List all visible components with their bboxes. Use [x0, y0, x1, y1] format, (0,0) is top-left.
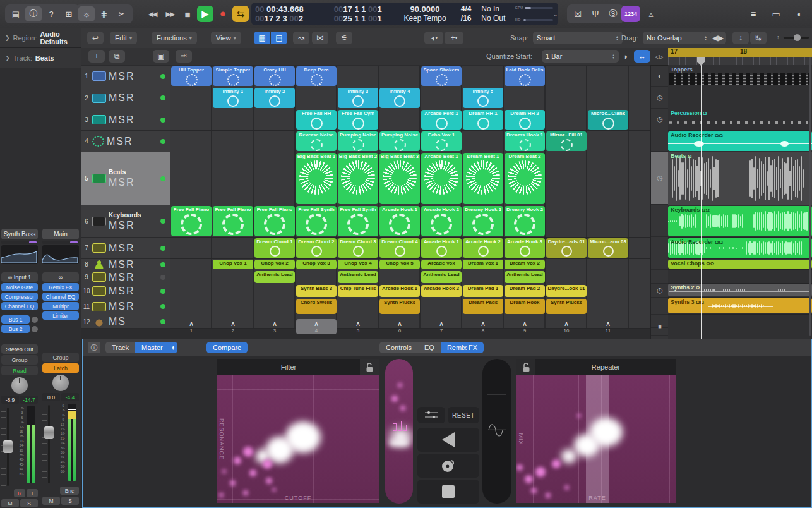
- reverse-button[interactable]: [417, 428, 479, 452]
- fader-handle[interactable]: [3, 440, 13, 453]
- mute-button[interactable]: M: [107, 136, 115, 147]
- lane-play-indicator[interactable]: [651, 270, 669, 284]
- scene-trigger-4[interactable]: ∧4: [296, 319, 337, 334]
- tracks-view-button[interactable]: ▤: [271, 32, 287, 44]
- quick-help-icon[interactable]: ?: [43, 6, 59, 21]
- repeater-lock-button[interactable]: [516, 359, 535, 375]
- pointer-tool-menu[interactable]: ➤▾: [424, 32, 443, 44]
- record-enable-button[interactable]: R: [126, 92, 134, 104]
- solo-off-icon[interactable]: ☒: [570, 6, 586, 21]
- output-slot[interactable]: Stereo Out: [1, 344, 38, 354]
- cell-arcade-beat-1[interactable]: Arcade Beat 1: [421, 153, 462, 204]
- cell-simple-topper[interactable]: Simple Topper: [213, 66, 253, 86]
- mute-button[interactable]: M: [109, 177, 117, 188]
- region[interactable]: Keyboards ΩΩ: [668, 206, 812, 236]
- record-enable-button[interactable]: R: [126, 259, 134, 270]
- mute-button[interactable]: M: [109, 243, 117, 254]
- master-stepper[interactable]: ▲▼: [169, 342, 177, 353]
- scene-trigger-6[interactable]: ∧6: [379, 319, 420, 334]
- volume-value[interactable]: -8.9: [1, 396, 19, 404]
- plugin-slot-compressor[interactable]: Compressor: [1, 293, 38, 301]
- lane-empty[interactable]: [668, 87, 812, 109]
- mute-button[interactable]: M: [109, 71, 117, 82]
- track-header-7[interactable]: 7MSR: [81, 238, 170, 259]
- mute-button[interactable]: M: [109, 114, 117, 126]
- plugin-slot-remix-fx[interactable]: Remix FX: [42, 283, 79, 291]
- cell-free-fall-cym[interactable]: Free Fall Cym: [338, 110, 378, 130]
- solo-button[interactable]: S: [118, 272, 125, 283]
- region-inspector-header[interactable]: ❯ Region: Audio Defaults: [0, 28, 81, 48]
- cell-reverse-noise[interactable]: Reverse Noise: [296, 131, 337, 151]
- vertical-auto-zoom-button[interactable]: ↕: [732, 32, 749, 44]
- cell-free-fall-hh[interactable]: Free Fall HH: [296, 110, 337, 130]
- cell-deep-perc[interactable]: Deep Perc: [296, 66, 337, 86]
- region[interactable]: Audio Recorder ΩΩ: [668, 238, 812, 258]
- lane-play-indicator[interactable]: [651, 298, 669, 315]
- volume-value[interactable]: 0.0: [42, 393, 60, 401]
- track-header-8[interactable]: 8MSR: [81, 259, 170, 270]
- record-enable-button[interactable]: R: [126, 243, 134, 254]
- solo-button[interactable]: S: [118, 114, 125, 126]
- cell-dream-chord-2[interactable]: Dream Chord 2: [296, 238, 337, 258]
- cell-chop-vox-2[interactable]: Chop Vox 2: [254, 260, 295, 269]
- view-menu[interactable]: View▾: [211, 32, 241, 44]
- cell-arcade-hook-2[interactable]: Arcade Hook 2: [421, 285, 462, 297]
- send-slot-bus-1[interactable]: Bus 1: [1, 315, 30, 324]
- stop-all-button[interactable]: ■: [651, 318, 669, 336]
- plugin-slot-limiter[interactable]: Limiter: [42, 311, 79, 320]
- cell-edit-button[interactable]: ▣: [153, 50, 169, 63]
- cell-dream-hh-2[interactable]: Dream HH 2: [505, 110, 545, 130]
- track-header-11[interactable]: 11MSR: [81, 298, 170, 315]
- cell-free-fall-piano[interactable]: Free Fall Piano: [213, 206, 253, 236]
- cycle-button[interactable]: ⇆: [232, 6, 249, 22]
- cell-microc-clank[interactable]: Microc...Clank: [588, 110, 628, 130]
- stop-button[interactable]: ■: [179, 6, 196, 22]
- tab-eq[interactable]: EQ: [418, 342, 441, 353]
- automation-mode[interactable]: Read: [1, 366, 38, 375]
- solo-button[interactable]: S: [118, 220, 125, 231]
- cell-mirror-fill-01[interactable]: Mirror...Fill 01: [546, 131, 587, 151]
- record-enable-button[interactable]: R: [126, 220, 134, 231]
- record-enable-button[interactable]: R: [124, 136, 132, 147]
- waveform-zoom-button[interactable]: ◀▶: [710, 32, 726, 44]
- lane-play-indicator[interactable]: ◷: [651, 284, 669, 298]
- region[interactable]: Vocal Chops ΩΩ: [668, 260, 812, 269]
- region[interactable]: Audio Recorder ΩΩ: [668, 131, 812, 151]
- cell-dream-vox-1[interactable]: Dream Vox 1: [463, 260, 503, 269]
- lane-keyboards[interactable]: Keyboards ΩΩ: [668, 205, 812, 238]
- cell-free-fall-piano[interactable]: Free Fall Piano: [171, 206, 212, 236]
- lane-play-indicator[interactable]: [651, 237, 669, 258]
- list-editors-icon[interactable]: ≡: [745, 6, 761, 21]
- cell-crazy-hh[interactable]: Crazy HH: [254, 66, 295, 86]
- row-config-button[interactable]: ≡ᴿ: [176, 50, 192, 63]
- cell-big-bass-beat-3[interactable]: Big Bass Beat 3: [379, 153, 420, 204]
- mute-button[interactable]: M: [109, 272, 117, 283]
- add-scene-button[interactable]: +: [88, 50, 105, 63]
- pan-knob[interactable]: [11, 377, 28, 394]
- fx-settings-button[interactable]: [417, 407, 445, 423]
- solo-button[interactable]: S: [118, 71, 125, 82]
- cell-arcade-perc-1[interactable]: Arcade Perc 1: [421, 110, 462, 130]
- master-segment-button[interactable]: Master: [135, 342, 169, 353]
- metronome-button[interactable]: ▵: [643, 6, 659, 22]
- cell-daydre-ads-01[interactable]: Daydre...ads 01: [546, 238, 587, 258]
- lane-play-indicator[interactable]: [651, 258, 669, 270]
- record-enable-button[interactable]: R: [126, 114, 134, 126]
- grid-view-button[interactable]: ▦: [254, 32, 270, 44]
- snap-dropdown[interactable]: Smart▲▼: [533, 32, 623, 44]
- send-knob[interactable]: [32, 317, 38, 323]
- cell-laid-back-bells[interactable]: Laid Back Bells: [505, 66, 545, 86]
- automation-button[interactable]: ↝: [293, 32, 309, 44]
- functions-menu[interactable]: Functions▾: [152, 32, 197, 44]
- fader-handle[interactable]: [44, 426, 54, 439]
- lane-play-indicator[interactable]: ◷: [651, 109, 669, 130]
- lane-audio-recorder[interactable]: Audio Recorder ΩΩ: [668, 131, 812, 152]
- send-knob[interactable]: [32, 326, 38, 332]
- compare-button[interactable]: Compare: [206, 342, 248, 353]
- tuner-icon[interactable]: Ψ: [587, 6, 604, 21]
- mute-button[interactable]: M: [109, 92, 117, 104]
- cell-infinity-1[interactable]: Infinity 1: [213, 88, 253, 108]
- edit-menu[interactable]: Edit▾: [110, 32, 137, 44]
- cell-free-fall-synth[interactable]: Free Fall Synth: [338, 206, 378, 236]
- toolbar-icon[interactable]: ⊞: [61, 6, 77, 21]
